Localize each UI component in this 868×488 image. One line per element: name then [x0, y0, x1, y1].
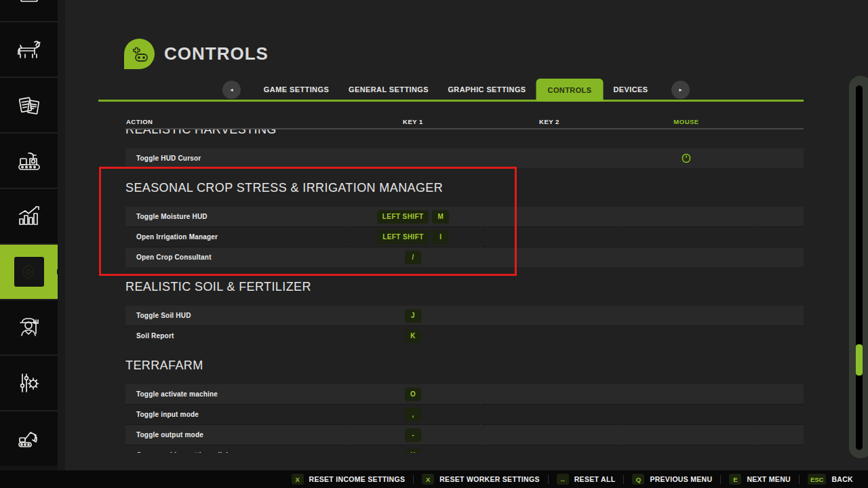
- key2-cell[interactable]: [480, 326, 618, 346]
- key-badge: J: [405, 309, 421, 323]
- column-header-key1: KEY 1: [403, 118, 423, 125]
- contracts-icon: [14, 89, 45, 121]
- binding-row[interactable]: Soil ReportK: [125, 326, 804, 346]
- key-badge: ,: [405, 408, 421, 422]
- mouse-cell[interactable]: [618, 445, 755, 453]
- key1-cell[interactable]: LEFT SHIFTM: [346, 207, 480, 226]
- sidebar-item-money[interactable]: [0, 0, 58, 21]
- binding-section: TERRAFARMToggle activate machineOToggle …: [125, 357, 804, 453]
- mouse-cell[interactable]: [618, 306, 755, 325]
- binding-action-label: Open Irrigation Manager: [136, 233, 218, 241]
- mouse-cell[interactable]: [618, 405, 755, 424]
- tab-devices[interactable]: DEVICES: [613, 79, 648, 100]
- binding-row[interactable]: Open machine settings dialogY: [125, 445, 804, 453]
- sidebar-item-settings[interactable]: [0, 243, 58, 299]
- mouse-cell[interactable]: [618, 207, 755, 226]
- sidebar-item-animals[interactable]: [0, 21, 58, 77]
- binding-row[interactable]: Open Crop Consultant/: [125, 247, 804, 267]
- chevron-right-icon: ▸: [679, 87, 682, 93]
- binding-row[interactable]: Toggle activate machineO: [125, 384, 804, 404]
- binding-row[interactable]: Toggle output mode-: [125, 425, 804, 445]
- key1-cell[interactable]: K: [346, 326, 480, 346]
- workers-icon: [14, 312, 45, 343]
- mouse-cell[interactable]: [618, 384, 755, 404]
- sidebar-item-mod-settings[interactable]: [0, 354, 58, 410]
- key1-cell[interactable]: [346, 148, 480, 168]
- key1-cell[interactable]: ,: [346, 405, 480, 424]
- sidebar-item-statistics[interactable]: [0, 188, 58, 243]
- key2-cell[interactable]: [480, 148, 618, 168]
- hotkey-label: PREVIOUS MENU: [650, 475, 712, 483]
- binding-row[interactable]: Open Irrigation ManagerLEFT SHIFTI: [125, 227, 804, 247]
- hotkey-key-badge: X: [422, 474, 434, 485]
- hotkey-label: RESET WORKER SETTINGS: [439, 475, 539, 483]
- hotkey-next-menu[interactable]: ENEXT MENU: [721, 474, 799, 485]
- mod-settings-icon: [14, 367, 45, 399]
- column-header-key2: KEY 2: [539, 118, 559, 125]
- key2-cell[interactable]: [480, 384, 618, 404]
- scrollbar-thumb[interactable]: [856, 344, 863, 375]
- key1-cell[interactable]: J: [346, 306, 480, 325]
- hotkey-reset-worker-settings[interactable]: XRESET WORKER SETTINGS: [414, 474, 547, 485]
- hotkey-label: RESET ALL: [574, 475, 616, 483]
- mouse-cell[interactable]: [618, 425, 755, 445]
- key1-cell[interactable]: Y: [346, 445, 480, 453]
- sidebar-menu: [0, 0, 58, 470]
- hotkey-reset-income-settings[interactable]: XRESET INCOME SETTINGS: [283, 474, 414, 485]
- key1-cell[interactable]: /: [346, 247, 480, 267]
- key2-cell[interactable]: [480, 405, 618, 424]
- mouse-cell[interactable]: [618, 148, 755, 168]
- mouse-cell[interactable]: [618, 227, 755, 247]
- key1-cell[interactable]: O: [346, 384, 480, 404]
- binding-row[interactable]: Toggle HUD Cursor: [125, 148, 804, 168]
- settings-icon: [18, 260, 41, 283]
- tab-graphic-settings[interactable]: GRAPHIC SETTINGS: [448, 79, 526, 100]
- binding-row[interactable]: Toggle Soil HUDJ: [125, 306, 804, 325]
- gamepad-icon: [130, 44, 150, 64]
- column-header-mouse: MOUSE: [673, 118, 698, 125]
- key-badge: O: [405, 388, 421, 401]
- sidebar-item-workers[interactable]: [0, 299, 58, 354]
- key2-cell[interactable]: [480, 306, 618, 325]
- binding-action-label: Toggle activate machine: [136, 390, 218, 398]
- tab-game-settings[interactable]: GAME SETTINGS: [264, 79, 329, 100]
- hotkey-key-badge: Q: [632, 474, 644, 485]
- tabs-next-button[interactable]: ▸: [671, 81, 690, 99]
- mouse-cell[interactable]: [618, 247, 755, 267]
- hotkey-reset-all[interactable]: ↔RESET ALL: [549, 474, 624, 485]
- hotkey-key-badge: X: [292, 474, 304, 485]
- tabbar-underline: [98, 100, 804, 102]
- hotkey-label: RESET INCOME SETTINGS: [309, 475, 406, 483]
- binding-action-label: Open machine settings dialog: [136, 451, 237, 453]
- hotkey-key-badge: ESC: [808, 474, 827, 485]
- key1-cell[interactable]: LEFT SHIFTI: [346, 227, 480, 247]
- tabs-prev-button[interactable]: ◂: [222, 81, 241, 99]
- key2-cell[interactable]: [480, 425, 618, 445]
- mouse-icon: [682, 153, 691, 163]
- scrollbar-track[interactable]: [856, 85, 863, 450]
- active-tile-inner: [14, 257, 44, 287]
- key2-cell[interactable]: [480, 445, 618, 453]
- sidebar-item-terraform[interactable]: [0, 410, 58, 466]
- section-rows: Toggle HUD Cursor: [125, 148, 804, 168]
- production-icon: [14, 145, 45, 176]
- key2-cell[interactable]: [480, 227, 618, 247]
- sidebar-item-contracts[interactable]: [0, 77, 58, 132]
- binding-row[interactable]: Toggle input mode,: [125, 405, 804, 424]
- bindings-scroll-area[interactable]: REALISTIC HARVESTINGToggle HUD CursorSEA…: [125, 129, 804, 453]
- binding-row[interactable]: Toggle Moisture HUDLEFT SHIFTM: [125, 207, 804, 226]
- sidebar-item-production[interactable]: [0, 132, 58, 188]
- key1-cell[interactable]: -: [346, 425, 480, 445]
- key-badge: Y: [405, 449, 421, 453]
- tab-controls[interactable]: CONTROLS: [536, 79, 604, 102]
- mouse-cell[interactable]: [618, 326, 755, 346]
- key-badge: -: [405, 428, 421, 442]
- tab-general-settings[interactable]: GENERAL SETTINGS: [349, 79, 429, 100]
- hotkey-previous-menu[interactable]: QPREVIOUS MENU: [624, 474, 720, 485]
- bottom-hotkey-bar: XRESET INCOME SETTINGSXRESET WORKER SETT…: [0, 470, 868, 488]
- key2-cell[interactable]: [480, 247, 618, 267]
- binding-action-label: Open Crop Consultant: [136, 253, 212, 261]
- hotkey-back[interactable]: ESCBACK: [800, 474, 861, 485]
- binding-action-label: Toggle Moisture HUD: [136, 213, 208, 220]
- key2-cell[interactable]: [480, 207, 618, 226]
